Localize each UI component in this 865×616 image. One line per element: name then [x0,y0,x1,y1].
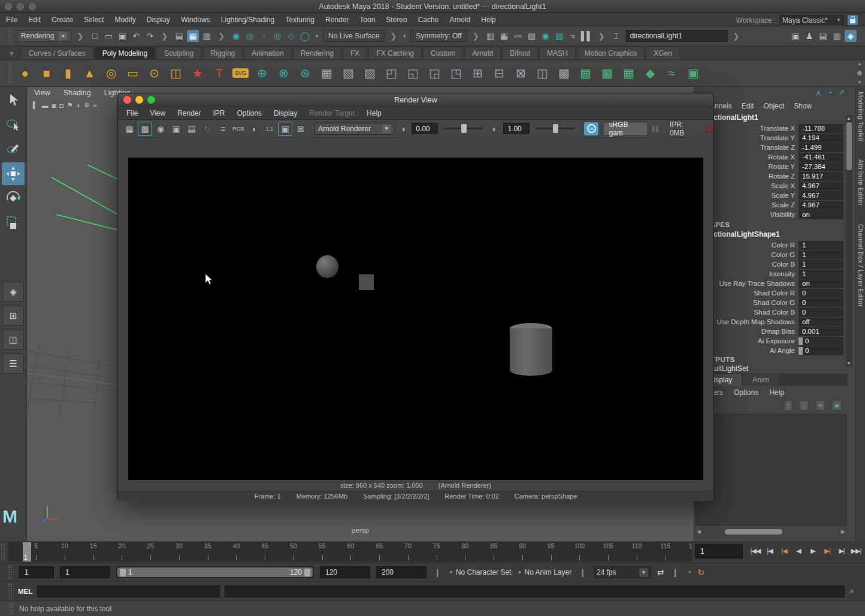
section-divider[interactable]: ❯ [216,32,226,41]
menu-item[interactable]: Create [52,16,73,24]
ipr-render-icon[interactable]: IPR [512,30,524,42]
poly-cube-icon[interactable]: ■ [37,64,56,83]
command-output[interactable] [225,585,845,597]
channel-box-menu-item[interactable]: Show [794,102,812,110]
layer-list[interactable] [695,414,846,526]
separate-icon[interactable]: ▧ [338,64,358,83]
snap-curve-icon[interactable]: ◎ [244,30,256,42]
shelf-scrollbar[interactable]: ▲▼ [855,61,864,85]
section-divider[interactable]: ❯ [388,32,398,41]
channel-value-field[interactable]: on [799,279,843,288]
quad-draw-icon[interactable]: ⊠ [511,64,531,83]
assign-material-plane-icon[interactable]: ▦ [576,64,595,83]
poly-pipe-icon[interactable]: ◫ [166,64,186,83]
contrast-field[interactable]: 1.00 [503,123,530,134]
character-controls-icon[interactable]: ♟ [803,30,815,42]
menu-item[interactable]: Lighting/Shading [221,16,274,24]
script-editor-icon[interactable]: ≡ [849,587,854,596]
bevel-icon[interactable]: ◲ [425,64,444,83]
shelf-tab[interactable]: FX [343,47,367,59]
go-to-start-button[interactable]: |◀◀ [749,543,762,558]
playback-loop-icon[interactable]: ⇄ [657,567,664,577]
select-hierarchy-icon[interactable]: ▤ [173,30,185,42]
step-back-frame-button[interactable]: |◀ [763,543,776,558]
menu-item[interactable]: Render [325,16,349,24]
menu-item[interactable]: Help [481,16,496,24]
channel-value-field[interactable]: 4.967 [799,201,843,210]
menu-item[interactable]: Select [84,16,104,24]
channel-value-field[interactable]: 4.194 [799,134,843,143]
greasepencil-draw-icon[interactable]: ≈ [93,102,97,109]
command-line-grip[interactable] [8,584,12,599]
shelf-tab[interactable]: Animation [244,47,291,59]
menu-item[interactable]: Display [147,16,170,24]
time-slider-track[interactable]: 5101520253035404550556065707580859095100… [8,542,692,561]
color-management-toggle[interactable]: ON [584,122,599,135]
channel-slider-handle[interactable] [799,347,803,355]
exposure-slider[interactable] [444,128,482,129]
close-window-icon[interactable] [5,3,12,10]
tool-settings-toggle-icon[interactable]: ◈ [845,30,857,42]
snap-point-icon[interactable]: ○ [258,30,270,42]
render-view-title-bar[interactable]: Render View [118,93,713,107]
render-settings-icon[interactable]: ≡ [216,122,229,135]
select-tool-button[interactable] [2,89,25,111]
construction-plane-icon[interactable]: ⊕ [252,64,272,83]
command-language-label[interactable]: MEL [18,588,32,595]
exposure-field[interactable]: 0.00 [412,123,438,134]
range-end-handle[interactable] [304,569,310,576]
workspace-dropdown[interactable]: Maya Classic* ▼ [779,15,844,25]
layer-editor-tab[interactable]: Anim [743,374,778,386]
sidebar-vertical-tab[interactable]: Attribute Editor [857,159,864,206]
scroll-up-icon[interactable]: ▲ [846,116,851,121]
move-layer-up-icon[interactable]: ↑ [785,401,793,410]
render-view-menu-item[interactable]: Render Target [309,109,355,117]
scrollbar-thumb[interactable] [846,122,852,170]
time-slider-grip[interactable] [1,543,5,561]
keep-image-icon[interactable]: ▣ [279,122,292,135]
rotate-tool-button[interactable] [2,187,25,210]
chevron-down-icon[interactable]: ▼ [402,34,407,39]
single-pane-layout-button[interactable]: ◈ [2,282,24,302]
snap-grid-icon[interactable]: ◉ [230,30,242,42]
poly-super-shape-icon[interactable]: ★ [187,64,207,83]
channel-value-field[interactable]: 0 [799,298,843,307]
channel-value-field[interactable]: 15.917 [799,172,843,181]
selection-name-input[interactable]: directionalLight1 [626,30,728,42]
step-forward-frame-button[interactable]: ▶| [835,543,848,558]
channel-value-field[interactable]: -1.499 [799,143,843,152]
shelf-tab[interactable]: Sculpting [156,47,201,59]
character-set-dropdown[interactable]: ▼ No Character Set [449,568,512,576]
camera-select-icon[interactable]: ▬ [41,102,48,109]
layer-editor-menu-item[interactable]: Options [734,388,758,397]
play-backward-button[interactable]: ◀ [792,543,805,558]
channel-value-field[interactable]: 0 [799,308,843,317]
shelf-grip[interactable] [8,62,12,83]
assign-material-cube-icon[interactable]: ◆ [640,64,660,83]
remove-image-icon[interactable]: ⊠ [294,122,307,135]
section-divider[interactable]: ❯ [159,32,170,41]
renderer-dropdown[interactable]: Arnold Renderer ▼ [314,123,394,135]
symmetry-field[interactable]: Symmetry: Off [410,30,467,42]
redo-previous-render-icon[interactable]: ▩ [138,122,152,135]
shelf-tab[interactable]: MASH [539,47,576,59]
menu-item[interactable]: Texturing [285,16,314,24]
render-current-frame-icon[interactable]: ▦ [123,122,136,135]
live-surface-field[interactable]: No Live Surface [323,30,385,42]
close-window-icon[interactable] [123,96,131,104]
select-object-icon[interactable]: ▦ [187,30,199,42]
manipulator-icon[interactable]: ⋏ [816,88,822,97]
fps-dropdown[interactable]: 24 fps ▼ [594,566,651,578]
move-tool-button[interactable] [2,162,25,185]
channel-value-field[interactable]: 4.967 [799,191,843,200]
channel-value-field[interactable]: 4.967 [799,182,843,191]
two-pane-layout-button[interactable]: ◫ [2,330,24,350]
channel-value-field[interactable]: -41.461 [799,153,843,162]
smooth-icon[interactable]: ▨ [360,64,380,83]
paint-select-tool-button[interactable] [2,138,25,161]
poly-sphere-icon[interactable]: ● [15,64,35,83]
bridge-icon[interactable]: ◳ [446,64,466,83]
snap-projected-center-icon[interactable]: ◎ [271,30,283,42]
section-divider[interactable]: ❯ [471,32,481,41]
shelf-tab[interactable]: Rendering [293,47,341,59]
